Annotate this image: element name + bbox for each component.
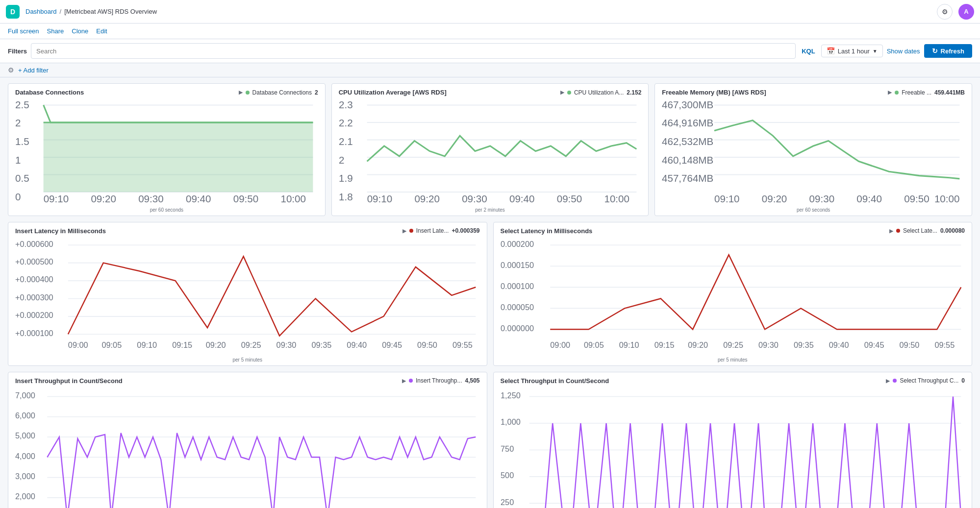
svg-text:7,000: 7,000 [15, 390, 35, 399]
show-dates-button[interactable]: Show dates [887, 48, 920, 55]
svg-text:09:45: 09:45 [382, 340, 402, 349]
svg-text:462,532MB: 462,532MB [662, 136, 713, 147]
action-bar: Full screen Share Clone Edit [0, 24, 980, 39]
chart-insert-lat: +0.000600 +0.000500 +0.000400 +0.000300 … [15, 239, 480, 352]
breadcrumb-parent[interactable]: Dashboard [25, 8, 57, 15]
settings-icon-btn[interactable]: ⚙ [937, 4, 953, 20]
svg-text:1,250: 1,250 [501, 390, 521, 399]
svg-text:09:40: 09:40 [857, 193, 882, 204]
expand-icon-db[interactable]: ▶ [239, 89, 243, 96]
expand-icon-select-lat[interactable]: ▶ [889, 228, 893, 234]
date-picker[interactable]: 📅 Last 1 hour ▼ [821, 45, 883, 57]
panel-header-insert-tp: Insert Throughput in Count/Second ▶ Inse… [8, 372, 487, 387]
edit-link[interactable]: Edit [96, 27, 107, 35]
panel-body-select-tp: 1,250 1,000 750 500 250 0 09:05 09:10 [494, 387, 972, 508]
svg-text:+0.000100: +0.000100 [15, 328, 53, 337]
panel-row-1: Database Connections ▶ Database Connecti… [8, 83, 972, 216]
avatar[interactable]: A [958, 4, 974, 20]
legend-value-insert-tp: 4,505 [465, 377, 479, 384]
svg-text:09:40: 09:40 [509, 193, 534, 204]
panel-select-throughput: Select Throughput in Count/Second ▶ Sele… [493, 372, 973, 508]
panel-legend-select-tp: ▶ Select Throughput C... 0 [886, 377, 965, 384]
refresh-label: Refresh [941, 48, 964, 55]
svg-text:2.3: 2.3 [339, 99, 353, 110]
filters-label: Filters [8, 48, 27, 55]
svg-text:09:20: 09:20 [91, 193, 116, 204]
per-label-mem: per 60 seconds [655, 207, 972, 216]
panel-db-connections: Database Connections ▶ Database Connecti… [8, 83, 326, 216]
expand-icon-insert-tp[interactable]: ▶ [402, 378, 406, 384]
svg-text:1.9: 1.9 [339, 172, 353, 184]
svg-text:467,300MB: 467,300MB [662, 99, 713, 110]
svg-text:460,148MB: 460,148MB [662, 154, 713, 165]
clone-link[interactable]: Clone [72, 27, 88, 35]
panel-legend-insert-lat: ▶ Insert Late... +0.000359 [402, 227, 480, 234]
page-title: [Metricbeat AWS] RDS Overview [64, 8, 157, 15]
panel-header-select-lat: Select Latency in Milliseconds ▶ Select … [494, 222, 972, 237]
panel-body-select-lat: 0.000200 0.000150 0.000100 0.000050 0.00… [494, 237, 972, 357]
svg-text:6,000: 6,000 [15, 411, 35, 420]
panel-title-cpu: CPU Utilization Average [AWS RDS] [339, 89, 447, 96]
legend-label-select-tp: Select Throughput C... [900, 377, 958, 384]
chevron-down-icon: ▼ [873, 48, 878, 54]
svg-text:2.2: 2.2 [339, 117, 353, 128]
panel-row-3: Insert Throughput in Count/Second ▶ Inse… [8, 372, 972, 508]
legend-label-insert-tp: Insert Throughp... [416, 377, 462, 384]
legend-value-insert-lat: +0.000359 [452, 227, 479, 234]
svg-text:250: 250 [501, 497, 514, 506]
svg-text:09:30: 09:30 [758, 340, 779, 349]
panel-title-select-lat: Select Latency in Milliseconds [501, 227, 593, 235]
svg-text:09:40: 09:40 [829, 340, 849, 349]
legend-dot-insert-tp [409, 379, 413, 383]
svg-text:09:50: 09:50 [904, 193, 929, 204]
panel-header-db-connections: Database Connections ▶ Database Connecti… [8, 84, 325, 98]
breadcrumb-sep: / [60, 8, 62, 15]
svg-text:1,000: 1,000 [501, 417, 521, 426]
settings-icon: ⚙ [942, 8, 948, 16]
svg-text:09:40: 09:40 [347, 340, 367, 349]
per-label-insert-lat: per 5 minutes [8, 357, 487, 365]
legend-dot-cpu [567, 91, 571, 95]
svg-text:09:10: 09:10 [137, 340, 157, 349]
share-link[interactable]: Share [47, 27, 64, 35]
full-screen-link[interactable]: Full screen [8, 27, 39, 35]
svg-text:09:00: 09:00 [68, 340, 88, 349]
svg-text:09:50: 09:50 [233, 193, 258, 204]
legend-label-insert-lat: Insert Late... [416, 227, 449, 234]
panel-title-mem: Freeable Memory (MB) [AWS RDS] [662, 89, 766, 96]
panel-legend-cpu: ▶ CPU Utilization A... 2.152 [560, 89, 641, 96]
svg-text:09:55: 09:55 [934, 340, 955, 349]
svg-text:457,764MB: 457,764MB [662, 172, 713, 184]
refresh-button[interactable]: ↻ Refresh [924, 44, 972, 58]
panel-header-insert-lat: Insert Latency in Milliseconds ▶ Insert … [8, 222, 487, 237]
panel-legend-db-connections: ▶ Database Connections 2 [239, 89, 318, 96]
add-filter-link[interactable]: + Add filter [18, 67, 49, 74]
expand-icon-cpu[interactable]: ▶ [560, 89, 564, 96]
svg-marker-12 [44, 122, 313, 192]
legend-value-cpu: 2.152 [627, 89, 641, 96]
kql-button[interactable]: KQL [800, 48, 817, 55]
chart-mem: 467,300MB 464,916MB 462,532MB 460,148MB … [662, 100, 965, 202]
expand-icon-insert-lat[interactable]: ▶ [402, 228, 406, 234]
expand-icon-select-tp[interactable]: ▶ [886, 378, 890, 384]
svg-text:+0.000400: +0.000400 [15, 275, 53, 284]
app-icon: D [6, 5, 20, 19]
svg-text:0.5: 0.5 [15, 172, 29, 184]
svg-text:10:00: 10:00 [604, 193, 629, 204]
filter-bar: Filters KQL 📅 Last 1 hour ▼ Show dates ↻… [0, 39, 980, 63]
panel-header-cpu: CPU Utilization Average [AWS RDS] ▶ CPU … [332, 84, 649, 98]
svg-text:0.000050: 0.000050 [501, 302, 534, 311]
expand-icon-mem[interactable]: ▶ [888, 89, 892, 96]
panel-row-2: Insert Latency in Milliseconds ▶ Insert … [8, 222, 972, 366]
svg-text:09:30: 09:30 [276, 340, 297, 349]
legend-dot-select-tp [893, 379, 897, 383]
svg-text:2: 2 [15, 117, 21, 128]
svg-text:0.000000: 0.000000 [501, 323, 534, 332]
gear-icon[interactable]: ⚙ [8, 66, 14, 74]
panel-legend-select-lat: ▶ Select Late... 0.000080 [889, 227, 965, 234]
chart-select-tp: 1,250 1,000 750 500 250 0 09:05 09:10 [501, 388, 965, 508]
search-input[interactable] [31, 43, 796, 59]
legend-dot-select-lat [896, 229, 900, 233]
svg-text:09:55: 09:55 [452, 340, 473, 349]
svg-text:09:10: 09:10 [44, 193, 69, 204]
